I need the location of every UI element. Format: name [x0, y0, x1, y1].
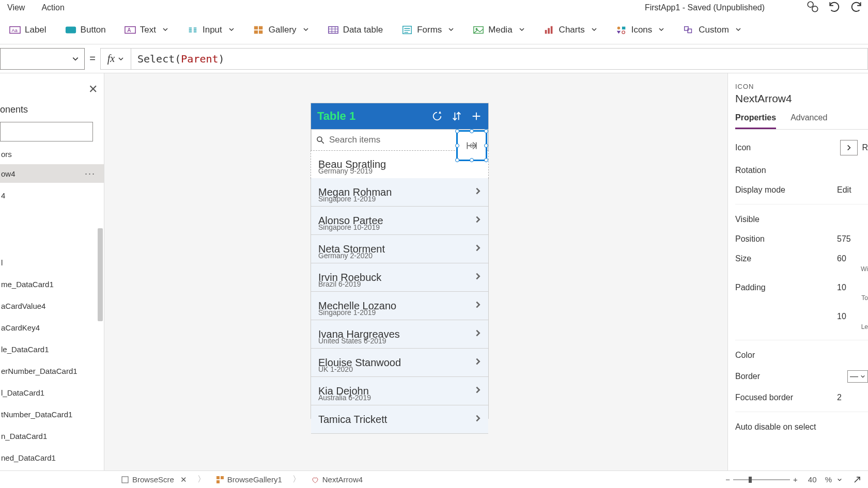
tree-item-selected[interactable]: ow4 ···	[0, 164, 104, 183]
tree-item[interactable]: l_DataCard1	[0, 383, 104, 402]
insert-datatable[interactable]: Data table	[318, 15, 393, 44]
list-item[interactable]: Megan RohmanSingapore 1-2019	[311, 178, 488, 207]
zoom-value[interactable]: 40 %	[808, 475, 842, 484]
list-item[interactable]: Elouise StanwoodUK 1-2020	[311, 349, 488, 377]
undo-icon[interactable]	[828, 0, 841, 15]
list-item-subtitle: Singapore 1-2019	[318, 195, 376, 203]
list-item[interactable]: Tamica Trickett	[311, 405, 488, 434]
insert-forms[interactable]: Forms	[392, 15, 463, 44]
insert-icons-text: Icons	[631, 25, 653, 35]
insert-text[interactable]: A Text	[115, 15, 178, 44]
insert-media-text: Media	[488, 25, 512, 35]
breadcrumb-screen[interactable]: BrowseScre ✕	[121, 475, 187, 484]
tab-advanced[interactable]: Advanced	[791, 113, 827, 129]
list-item[interactable]: Alonso ParteeSingapore 10-2019	[311, 207, 488, 235]
menu-view[interactable]: View	[7, 3, 25, 12]
tree-item[interactable]: ors	[0, 145, 104, 163]
prop-position-label: Position	[735, 234, 837, 244]
tree-item[interactable]: 4	[0, 186, 104, 204]
menu-action[interactable]: Action	[41, 3, 64, 12]
tree-item[interactable]: l	[0, 253, 104, 272]
insert-custom[interactable]: Custom	[674, 15, 751, 44]
chevron-right-icon[interactable]	[474, 272, 482, 282]
formula-input[interactable]: Select(Parent)	[131, 48, 868, 70]
svg-rect-9	[254, 30, 258, 33]
app-checker-icon[interactable]	[806, 0, 819, 15]
prop-color-label: Color	[735, 351, 868, 360]
list-item[interactable]: Kia DejohnAustralia 6-2019	[311, 377, 488, 405]
prop-size-w[interactable]: 60	[837, 254, 868, 263]
insert-media[interactable]: Media	[463, 15, 534, 44]
list-item[interactable]: Mechelle LozanoSingapore 1-2019	[311, 292, 488, 320]
add-icon[interactable]	[471, 111, 482, 122]
breadcrumb-gallery-label: BrowseGallery1	[227, 475, 282, 484]
chevron-right-icon[interactable]	[474, 244, 482, 254]
scrollbar-thumb[interactable]	[98, 228, 103, 321]
tree-item[interactable]: ned_DataCard1	[0, 448, 104, 467]
refresh-icon[interactable]	[431, 111, 443, 122]
prop-displaymode-value[interactable]: Edit	[837, 185, 868, 195]
zoom-slider[interactable]: − +	[725, 475, 798, 484]
prop-position-x[interactable]: 575	[837, 234, 868, 244]
prop-focused-border-value[interactable]: 2	[837, 393, 868, 402]
breadcrumb-nextarrow[interactable]: NextArrow4	[311, 475, 363, 484]
more-icon[interactable]: ···	[85, 168, 96, 179]
close-icon[interactable]: ✕	[88, 83, 98, 96]
chevron-down-icon	[448, 25, 454, 35]
control-name[interactable]: NextArrow4	[735, 92, 868, 105]
prop-padding-left-label: Le	[861, 323, 868, 330]
components-tab[interactable]: onents	[0, 104, 28, 115]
insert-charts[interactable]: Charts	[534, 15, 607, 44]
list-item[interactable]: Ivana HargreavesUnited States 6-2019	[311, 320, 488, 349]
breadcrumb-gallery[interactable]: BrowseGallery1	[216, 475, 282, 484]
chevron-right-icon[interactable]	[474, 329, 482, 339]
tree-item[interactable]: n_DataCard1	[0, 427, 104, 445]
formula-fn: Select	[137, 53, 175, 65]
tree-item[interactable]: aCardKey4	[0, 318, 104, 337]
prop-padding-label: Padding	[735, 283, 837, 292]
chevron-right-icon[interactable]	[474, 301, 482, 311]
chevron-right-icon[interactable]	[474, 386, 482, 396]
insert-button[interactable]: Button	[56, 15, 115, 44]
tree-search-input[interactable]	[0, 122, 93, 141]
list-item-subtitle: UK 1-2020	[318, 365, 353, 373]
redo-icon[interactable]	[849, 0, 863, 15]
insert-input[interactable]: Input	[178, 15, 244, 44]
tree-item[interactable]: aCardValue4	[0, 296, 104, 315]
svg-point-20	[622, 30, 625, 34]
fx-button[interactable]: fx	[100, 48, 131, 70]
chevron-right-icon[interactable]	[474, 414, 482, 424]
svg-rect-10	[259, 30, 262, 33]
tree-view-panel: ✕ onents ors ow4 ··· 4 l me_DataCard1 aC…	[0, 73, 104, 470]
prop-padding-top[interactable]: 10	[837, 283, 868, 292]
chevron-right-icon[interactable]	[474, 187, 482, 197]
chevron-down-icon	[303, 25, 309, 35]
tree-item[interactable]: erNumber_DataCard1	[0, 361, 104, 380]
insert-custom-text: Custom	[699, 25, 729, 35]
prop-icon-chevron[interactable]	[840, 140, 858, 155]
tree-item[interactable]: me_DataCard1	[0, 275, 104, 293]
tab-properties[interactable]: Properties	[735, 113, 776, 129]
list-item[interactable]: Neta StormentGermany 2-2020	[311, 235, 488, 263]
prop-border-value[interactable]: —	[847, 370, 868, 383]
insert-gallery[interactable]: Gallery	[244, 15, 318, 44]
tree-item[interactable]: tNumber_DataCard1	[0, 405, 104, 423]
chevron-right-icon[interactable]	[474, 357, 482, 368]
phone-preview: Table 1 Search items Beau SpratlingGerma…	[311, 103, 488, 418]
prop-padding-left[interactable]: 10	[837, 312, 868, 321]
zoom-number: 40	[808, 475, 817, 484]
property-dropdown[interactable]	[0, 48, 85, 70]
close-icon[interactable]: ✕	[180, 475, 187, 484]
sort-icon[interactable]	[451, 111, 462, 122]
chevron-right-icon[interactable]	[474, 215, 482, 226]
list-item[interactable]: Irvin RoebuckBrazil 6-2019	[311, 263, 488, 292]
popout-icon[interactable]	[853, 475, 862, 484]
canvas[interactable]: Table 1 Search items Beau SpratlingGerma…	[104, 73, 727, 470]
prop-size-width-label: Wi	[861, 265, 868, 273]
selected-nextarrow-control[interactable]	[456, 130, 487, 161]
insert-icons[interactable]: Icons	[607, 15, 674, 44]
insert-label[interactable]: Aa Label	[0, 15, 56, 44]
insert-forms-text: Forms	[417, 25, 442, 35]
tree-item[interactable]: le_DataCard1	[0, 340, 104, 358]
list-item-subtitle: Brazil 6-2019	[318, 280, 361, 288]
